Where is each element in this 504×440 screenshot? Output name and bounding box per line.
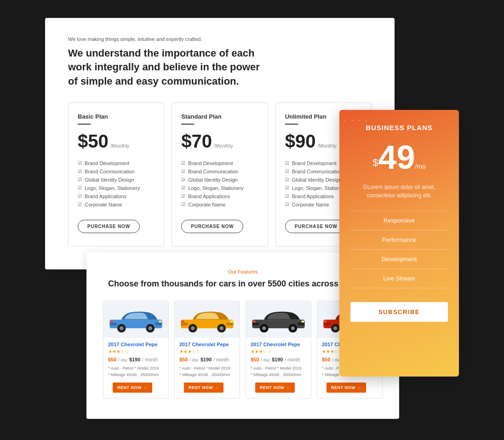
- svg-rect-2: [110, 322, 117, 325]
- plan-divider: [78, 124, 91, 125]
- car-stars: ★★★☆☆: [179, 349, 235, 354]
- price-amount: $50: [78, 131, 109, 152]
- svg-point-24: [291, 326, 295, 330]
- car-pricing: $50 / day $190 / month: [108, 357, 164, 362]
- decorative-dots: · · · ·: [344, 114, 368, 125]
- svg-point-13: [191, 326, 195, 330]
- svg-point-31: [333, 326, 337, 330]
- feature-item: Brand Communication: [78, 167, 155, 176]
- svg-rect-20: [252, 322, 259, 325]
- car-price-monthly: $190: [272, 357, 283, 362]
- purchase-button[interactable]: PURCHASE NOW: [285, 220, 347, 233]
- plans-row: Basic Plan $50 /Monthly Brand Developmen…: [68, 103, 372, 246]
- price-amount: $90: [285, 131, 316, 152]
- car-price-day: $50: [108, 357, 116, 362]
- svg-rect-17: [181, 320, 184, 322]
- plan-card: Basic Plan $50 /Monthly Brand Developmen…: [68, 103, 164, 246]
- svg-rect-16: [230, 320, 233, 322]
- price-period: /mo: [415, 163, 426, 170]
- scene: We love making things simple, intuitive …: [45, 18, 459, 423]
- rent-now-button[interactable]: RENT NOW →: [184, 383, 223, 393]
- svg-rect-35: [324, 320, 326, 322]
- svg-point-15: [220, 326, 223, 330]
- feature-item: Logo, Slogan, Stationery: [181, 184, 258, 192]
- feature-item: Brand Applications: [181, 192, 258, 200]
- svg-rect-29: [324, 322, 331, 325]
- svg-rect-1: [155, 322, 162, 325]
- plan-card: Standard Plan $70 /Monthly Brand Develop…: [172, 103, 268, 246]
- car-specs: * Auto · Petrol * Model 2019* Mileage 45…: [251, 365, 306, 378]
- svg-rect-10: [226, 322, 233, 325]
- car-info: 2017 Chevrolet Pepe ★★★☆☆ $50 / day $190…: [103, 342, 168, 393]
- car-card: 2017 Chevrolet Pepe ★★★☆☆ $50 / day $190…: [174, 301, 240, 399]
- svg-rect-19: [298, 322, 304, 325]
- car-stars: ★★★☆☆: [251, 349, 306, 354]
- feature-item: Brand Development: [181, 159, 258, 167]
- business-price-row: $49/mo: [350, 141, 448, 174]
- purchase-button[interactable]: PURCHASE NOW: [78, 220, 140, 233]
- svg-rect-11: [181, 322, 188, 325]
- feature-item: Corporate Name: [181, 200, 258, 209]
- car-price-day: $50: [251, 357, 259, 362]
- svg-rect-7: [159, 320, 161, 322]
- svg-rect-8: [110, 320, 113, 322]
- svg-rect-25: [301, 320, 304, 322]
- rent-now-button[interactable]: RENT NOW →: [255, 383, 295, 393]
- business-feature-item: Responsive: [350, 211, 448, 230]
- business-feature-item: Performance: [350, 230, 448, 250]
- business-plans-card: · · · · BUSINESS PLANS $49/mo GLorem ips…: [339, 110, 459, 377]
- car-pricing: $50 / day $190 / month: [251, 357, 306, 362]
- car-card: 2017 Chevrolet Pepe ★★★☆☆ $50 / day $190…: [246, 301, 311, 399]
- price-amount: $70: [181, 131, 212, 152]
- car-image: [175, 301, 240, 338]
- car-price-day: $50: [179, 357, 188, 362]
- price-period: /Monthly: [110, 143, 130, 149]
- car-pricing: $50 / day $190 / month: [179, 357, 235, 362]
- car-name: 2017 Chevrolet Pepe: [251, 342, 306, 347]
- car-month-label: / month: [285, 357, 300, 362]
- plan-divider: [181, 124, 194, 125]
- plan-features: Brand DevelopmentBrand CommunicationGlob…: [78, 159, 155, 209]
- business-features-list: ResponsivePerformanceDevelopmentLive Str…: [350, 211, 448, 288]
- plan-price: $70 /Monthly: [181, 131, 258, 152]
- svg-point-22: [262, 326, 266, 330]
- tagline: We love making things simple, intuitive …: [68, 36, 372, 42]
- business-feature-item: Live Stream: [350, 269, 448, 288]
- svg-rect-26: [252, 320, 255, 322]
- business-feature-item: Development: [350, 250, 448, 269]
- car-specs: * Auto · Petrol * Model 2019* Mileage 45…: [179, 365, 235, 378]
- plan-name: Standard Plan: [181, 113, 258, 120]
- price-amount: 49: [378, 139, 415, 176]
- car-card: 2017 Chevrolet Pepe ★★★☆☆ $50 / day $190…: [103, 301, 169, 399]
- car-price-monthly: $190: [200, 357, 212, 362]
- svg-point-6: [149, 326, 152, 330]
- plan-divider: [285, 124, 298, 125]
- car-name: 2017 Chevrolet Pepe: [179, 342, 235, 347]
- car-name: 2017 Chevrolet Pepe: [108, 342, 164, 347]
- rent-now-button[interactable]: RENT NOW →: [326, 383, 366, 393]
- feature-item: Logo, Slogan, Stationery: [78, 184, 155, 192]
- car-price-monthly: $190: [129, 357, 140, 362]
- car-specs: * Auto · Petrol * Model 2019* Mileage 45…: [108, 365, 164, 378]
- price-currency: $: [372, 156, 378, 168]
- headline: We understand the importance of each wor…: [68, 46, 261, 89]
- price-period: /Monthly: [317, 143, 337, 149]
- car-day-label: / day: [189, 358, 199, 362]
- plan-features: Brand DevelopmentBrand CommunicationGlob…: [181, 159, 258, 209]
- plan-price: $50 /Monthly: [78, 131, 155, 152]
- car-day-label: / day: [118, 358, 127, 362]
- car-image: [246, 301, 311, 338]
- car-price-day: $50: [322, 357, 330, 362]
- car-stars: ★★★☆☆: [108, 349, 164, 354]
- feature-item: Corporate Name: [78, 200, 155, 209]
- car-month-label: / month: [142, 357, 157, 362]
- feature-item: Brand Communication: [181, 167, 258, 176]
- car-day-label: / day: [261, 358, 270, 362]
- subscribe-button[interactable]: SUBSCRIBE: [350, 302, 448, 322]
- price-period: /Monthly: [214, 143, 233, 149]
- rent-now-button[interactable]: RENT NOW →: [113, 383, 152, 393]
- purchase-button[interactable]: PURCHASE NOW: [181, 220, 243, 233]
- car-month-label: / month: [213, 357, 229, 362]
- plan-name: Basic Plan: [78, 113, 155, 120]
- svg-point-4: [120, 326, 123, 330]
